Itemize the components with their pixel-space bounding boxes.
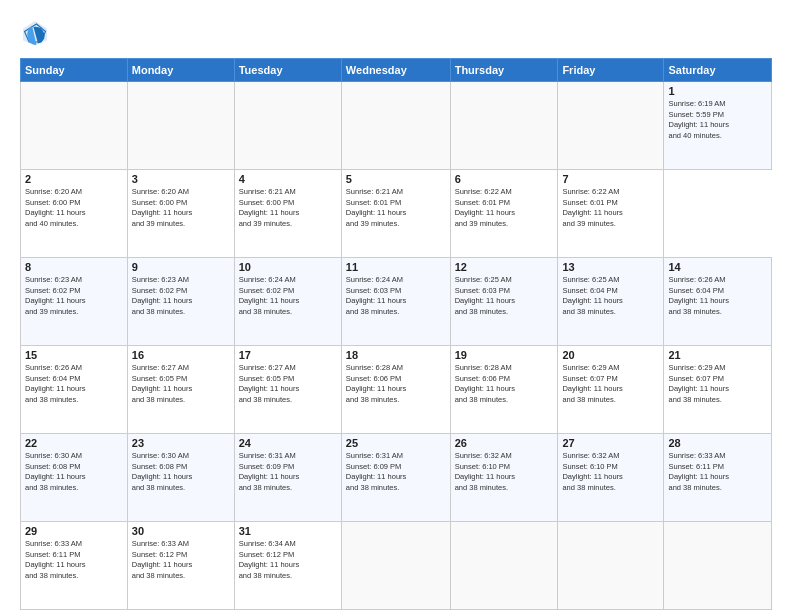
calendar-cell: 5Sunrise: 6:21 AMSunset: 6:01 PMDaylight…	[341, 170, 450, 258]
calendar-cell: 30Sunrise: 6:33 AMSunset: 6:12 PMDayligh…	[127, 522, 234, 610]
calendar-cell	[341, 82, 450, 170]
day-content: Sunrise: 6:27 AMSunset: 6:05 PMDaylight:…	[239, 363, 337, 405]
page: SundayMondayTuesdayWednesdayThursdayFrid…	[0, 0, 792, 612]
day-content: Sunrise: 6:23 AMSunset: 6:02 PMDaylight:…	[25, 275, 123, 317]
calendar-cell: 4Sunrise: 6:21 AMSunset: 6:00 PMDaylight…	[234, 170, 341, 258]
day-content: Sunrise: 6:25 AMSunset: 6:04 PMDaylight:…	[562, 275, 659, 317]
calendar-cell	[21, 82, 128, 170]
calendar-cell	[341, 522, 450, 610]
calendar-cell	[450, 82, 558, 170]
day-content: Sunrise: 6:32 AMSunset: 6:10 PMDaylight:…	[455, 451, 554, 493]
day-number: 28	[668, 437, 767, 449]
calendar-cell: 19Sunrise: 6:28 AMSunset: 6:06 PMDayligh…	[450, 346, 558, 434]
calendar-header-friday: Friday	[558, 59, 664, 82]
calendar-cell: 12Sunrise: 6:25 AMSunset: 6:03 PMDayligh…	[450, 258, 558, 346]
day-number: 10	[239, 261, 337, 273]
calendar-header-monday: Monday	[127, 59, 234, 82]
day-content: Sunrise: 6:23 AMSunset: 6:02 PMDaylight:…	[132, 275, 230, 317]
calendar-cell: 10Sunrise: 6:24 AMSunset: 6:02 PMDayligh…	[234, 258, 341, 346]
day-number: 11	[346, 261, 446, 273]
calendar-cell	[234, 82, 341, 170]
day-number: 8	[25, 261, 123, 273]
calendar-cell: 18Sunrise: 6:28 AMSunset: 6:06 PMDayligh…	[341, 346, 450, 434]
calendar-header-row: SundayMondayTuesdayWednesdayThursdayFrid…	[21, 59, 772, 82]
day-content: Sunrise: 6:30 AMSunset: 6:08 PMDaylight:…	[132, 451, 230, 493]
day-content: Sunrise: 6:26 AMSunset: 6:04 PMDaylight:…	[668, 275, 767, 317]
calendar-cell	[127, 82, 234, 170]
day-number: 27	[562, 437, 659, 449]
day-number: 19	[455, 349, 554, 361]
calendar-header-tuesday: Tuesday	[234, 59, 341, 82]
calendar-cell: 3Sunrise: 6:20 AMSunset: 6:00 PMDaylight…	[127, 170, 234, 258]
calendar-cell: 29Sunrise: 6:33 AMSunset: 6:11 PMDayligh…	[21, 522, 128, 610]
day-number: 20	[562, 349, 659, 361]
day-content: Sunrise: 6:34 AMSunset: 6:12 PMDaylight:…	[239, 539, 337, 581]
day-number: 26	[455, 437, 554, 449]
day-content: Sunrise: 6:21 AMSunset: 6:01 PMDaylight:…	[346, 187, 446, 229]
calendar-header-wednesday: Wednesday	[341, 59, 450, 82]
day-number: 2	[25, 173, 123, 185]
calendar-cell: 25Sunrise: 6:31 AMSunset: 6:09 PMDayligh…	[341, 434, 450, 522]
calendar-cell: 8Sunrise: 6:23 AMSunset: 6:02 PMDaylight…	[21, 258, 128, 346]
day-number: 12	[455, 261, 554, 273]
day-content: Sunrise: 6:29 AMSunset: 6:07 PMDaylight:…	[562, 363, 659, 405]
calendar-cell: 11Sunrise: 6:24 AMSunset: 6:03 PMDayligh…	[341, 258, 450, 346]
day-content: Sunrise: 6:33 AMSunset: 6:12 PMDaylight:…	[132, 539, 230, 581]
day-number: 7	[562, 173, 659, 185]
day-content: Sunrise: 6:25 AMSunset: 6:03 PMDaylight:…	[455, 275, 554, 317]
day-number: 22	[25, 437, 123, 449]
day-number: 6	[455, 173, 554, 185]
day-number: 21	[668, 349, 767, 361]
calendar-header-sunday: Sunday	[21, 59, 128, 82]
calendar-cell: 13Sunrise: 6:25 AMSunset: 6:04 PMDayligh…	[558, 258, 664, 346]
calendar-cell: 2Sunrise: 6:20 AMSunset: 6:00 PMDaylight…	[21, 170, 128, 258]
day-content: Sunrise: 6:26 AMSunset: 6:04 PMDaylight:…	[25, 363, 123, 405]
day-content: Sunrise: 6:32 AMSunset: 6:10 PMDaylight:…	[562, 451, 659, 493]
day-number: 23	[132, 437, 230, 449]
calendar-week-6: 29Sunrise: 6:33 AMSunset: 6:11 PMDayligh…	[21, 522, 772, 610]
calendar-cell: 7Sunrise: 6:22 AMSunset: 6:01 PMDaylight…	[558, 170, 664, 258]
day-number: 29	[25, 525, 123, 537]
day-number: 4	[239, 173, 337, 185]
calendar-cell: 22Sunrise: 6:30 AMSunset: 6:08 PMDayligh…	[21, 434, 128, 522]
day-content: Sunrise: 6:22 AMSunset: 6:01 PMDaylight:…	[455, 187, 554, 229]
calendar-cell: 17Sunrise: 6:27 AMSunset: 6:05 PMDayligh…	[234, 346, 341, 434]
calendar-cell: 9Sunrise: 6:23 AMSunset: 6:02 PMDaylight…	[127, 258, 234, 346]
day-number: 18	[346, 349, 446, 361]
header	[20, 18, 772, 48]
day-number: 31	[239, 525, 337, 537]
calendar-week-4: 15Sunrise: 6:26 AMSunset: 6:04 PMDayligh…	[21, 346, 772, 434]
day-content: Sunrise: 6:29 AMSunset: 6:07 PMDaylight:…	[668, 363, 767, 405]
calendar-week-1: 1Sunrise: 6:19 AMSunset: 5:59 PMDaylight…	[21, 82, 772, 170]
day-content: Sunrise: 6:24 AMSunset: 6:02 PMDaylight:…	[239, 275, 337, 317]
logo-icon	[20, 18, 50, 48]
day-content: Sunrise: 6:24 AMSunset: 6:03 PMDaylight:…	[346, 275, 446, 317]
calendar-cell	[664, 522, 772, 610]
day-number: 17	[239, 349, 337, 361]
calendar-week-3: 8Sunrise: 6:23 AMSunset: 6:02 PMDaylight…	[21, 258, 772, 346]
day-content: Sunrise: 6:28 AMSunset: 6:06 PMDaylight:…	[346, 363, 446, 405]
day-content: Sunrise: 6:20 AMSunset: 6:00 PMDaylight:…	[132, 187, 230, 229]
calendar-cell: 23Sunrise: 6:30 AMSunset: 6:08 PMDayligh…	[127, 434, 234, 522]
day-number: 3	[132, 173, 230, 185]
calendar-cell: 27Sunrise: 6:32 AMSunset: 6:10 PMDayligh…	[558, 434, 664, 522]
calendar-cell	[558, 522, 664, 610]
day-number: 24	[239, 437, 337, 449]
day-number: 1	[668, 85, 767, 97]
calendar-cell: 20Sunrise: 6:29 AMSunset: 6:07 PMDayligh…	[558, 346, 664, 434]
day-content: Sunrise: 6:28 AMSunset: 6:06 PMDaylight:…	[455, 363, 554, 405]
day-number: 30	[132, 525, 230, 537]
day-content: Sunrise: 6:30 AMSunset: 6:08 PMDaylight:…	[25, 451, 123, 493]
logo	[20, 18, 54, 48]
day-number: 9	[132, 261, 230, 273]
day-content: Sunrise: 6:31 AMSunset: 6:09 PMDaylight:…	[239, 451, 337, 493]
day-number: 16	[132, 349, 230, 361]
calendar-cell: 28Sunrise: 6:33 AMSunset: 6:11 PMDayligh…	[664, 434, 772, 522]
calendar-cell: 31Sunrise: 6:34 AMSunset: 6:12 PMDayligh…	[234, 522, 341, 610]
calendar-cell	[450, 522, 558, 610]
day-content: Sunrise: 6:33 AMSunset: 6:11 PMDaylight:…	[25, 539, 123, 581]
calendar-cell: 16Sunrise: 6:27 AMSunset: 6:05 PMDayligh…	[127, 346, 234, 434]
calendar-cell: 1Sunrise: 6:19 AMSunset: 5:59 PMDaylight…	[664, 82, 772, 170]
day-number: 15	[25, 349, 123, 361]
calendar-cell: 6Sunrise: 6:22 AMSunset: 6:01 PMDaylight…	[450, 170, 558, 258]
